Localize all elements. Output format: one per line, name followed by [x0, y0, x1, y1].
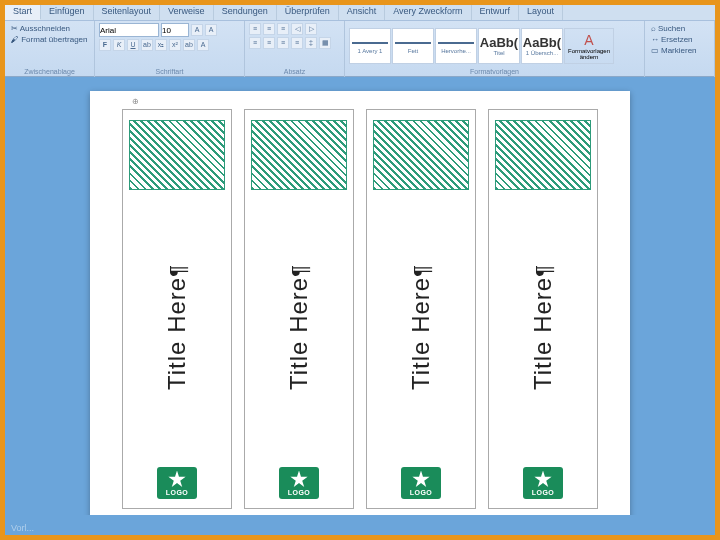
- tab-avery[interactable]: Avery Zweckform: [385, 5, 471, 20]
- tab-review[interactable]: Überprüfen: [277, 5, 339, 20]
- line-spacing-button[interactable]: ‡: [305, 37, 317, 49]
- justify-button[interactable]: ≡: [291, 37, 303, 49]
- logo-placeholder[interactable]: LOGO: [157, 467, 197, 499]
- indent-inc-button[interactable]: ▷: [305, 23, 317, 35]
- italic-button[interactable]: K: [113, 39, 125, 51]
- label-title[interactable]: Title Here¶: [163, 264, 191, 390]
- hatched-box[interactable]: [251, 120, 347, 190]
- label-title[interactable]: Title Here¶: [407, 264, 435, 390]
- shrink-font-button[interactable]: A: [205, 24, 217, 36]
- star-icon: [168, 471, 186, 489]
- format-painter-button[interactable]: 🖌 Format übertragen: [9, 34, 90, 45]
- numbering-button[interactable]: ≡: [263, 23, 275, 35]
- line-icon: [352, 38, 388, 48]
- font-color-button[interactable]: A: [197, 39, 209, 51]
- subscript-button[interactable]: x₂: [155, 39, 167, 51]
- indent-dec-button[interactable]: ◁: [291, 23, 303, 35]
- group-label-paragraph: Absatz: [249, 68, 340, 75]
- group-label-styles: Formatvorlagen: [349, 68, 640, 75]
- strike-button[interactable]: ab: [141, 39, 153, 51]
- bullets-button[interactable]: ≡: [249, 23, 261, 35]
- grow-font-button[interactable]: A: [191, 24, 203, 36]
- label-table: Title Here¶ LOGO Title Here¶ LOGO Title …: [114, 109, 606, 509]
- label-column[interactable]: Title Here¶ LOGO: [366, 109, 476, 509]
- hatched-box[interactable]: [373, 120, 469, 190]
- font-size-select[interactable]: [161, 23, 189, 37]
- letter-a-icon: A: [584, 32, 593, 48]
- group-label-font: Schriftart: [99, 68, 240, 75]
- select-button[interactable]: ▭Markieren: [649, 45, 710, 56]
- multilevel-button[interactable]: ≡: [277, 23, 289, 35]
- logo-placeholder[interactable]: LOGO: [401, 467, 441, 499]
- label-title[interactable]: Title Here¶: [285, 264, 313, 390]
- tab-layout[interactable]: Layout: [519, 5, 563, 20]
- replace-icon: ↔: [651, 35, 659, 44]
- label-column[interactable]: Title Here¶ LOGO: [122, 109, 232, 509]
- style-heading1[interactable]: AaBb(1 Übersch...: [521, 28, 563, 64]
- style-bold[interactable]: Fett: [392, 28, 434, 64]
- label-column[interactable]: Title Here¶ LOGO: [244, 109, 354, 509]
- align-right-button[interactable]: ≡: [277, 37, 289, 49]
- cut-button[interactable]: ✂ Ausschneiden: [9, 23, 90, 34]
- pilcrow-icon: ¶: [287, 264, 312, 277]
- tab-mailings[interactable]: Sendungen: [214, 5, 277, 20]
- star-icon: [412, 471, 430, 489]
- align-center-button[interactable]: ≡: [263, 37, 275, 49]
- ribbon: Start Einfügen Seitenlayout Verweise Sen…: [5, 5, 715, 77]
- star-icon: [290, 471, 308, 489]
- find-button[interactable]: ⌕Suchen: [649, 23, 710, 34]
- highlight-button[interactable]: ab: [183, 39, 195, 51]
- style-title[interactable]: AaBb(Titel: [478, 28, 520, 64]
- logo-placeholder[interactable]: LOGO: [279, 467, 319, 499]
- pilcrow-icon: ¶: [531, 264, 556, 277]
- pilcrow-icon: ¶: [165, 264, 190, 277]
- change-styles-button[interactable]: AFormatvorlagen ändern: [564, 28, 614, 64]
- tab-start[interactable]: Start: [5, 5, 41, 20]
- search-icon: ⌕: [651, 24, 656, 33]
- superscript-button[interactable]: x²: [169, 39, 181, 51]
- group-paragraph: ≡ ≡ ≡ ◁ ▷ ≡ ≡ ≡ ≡ ‡ ▦ Absatz: [245, 21, 345, 77]
- style-avery1[interactable]: 1 Avery 1: [349, 28, 391, 64]
- tab-pagelayout[interactable]: Seitenlayout: [94, 5, 161, 20]
- tab-insert[interactable]: Einfügen: [41, 5, 94, 20]
- ribbon-tabs: Start Einfügen Seitenlayout Verweise Sen…: [5, 5, 715, 21]
- tab-references[interactable]: Verweise: [160, 5, 214, 20]
- underline-button[interactable]: U: [127, 39, 139, 51]
- tab-view[interactable]: Ansicht: [339, 5, 386, 20]
- label-title[interactable]: Title Here¶: [529, 264, 557, 390]
- page[interactable]: ⊕ Title Here¶ LOGO Title Here¶ LOGO Titl…: [90, 91, 630, 515]
- group-clipboard: ✂ Ausschneiden 🖌 Format übertragen Zwisc…: [5, 21, 95, 77]
- anchor-icon: ⊕: [132, 97, 139, 106]
- group-label-clipboard: Zwischenablage: [9, 68, 90, 75]
- logo-placeholder[interactable]: LOGO: [523, 467, 563, 499]
- group-styles: 1 Avery 1 Fett Hervorhe... AaBb(Titel Aa…: [345, 21, 645, 77]
- watermark: Vorl...: [11, 523, 34, 533]
- document-area[interactable]: ⊕ Title Here¶ LOGO Title Here¶ LOGO Titl…: [5, 83, 715, 515]
- group-editing: ⌕Suchen ↔Ersetzen ▭Markieren: [645, 21, 715, 77]
- line-icon: [438, 38, 474, 48]
- pilcrow-icon: ¶: [409, 264, 434, 277]
- font-family-select[interactable]: [99, 23, 159, 37]
- label-column[interactable]: Title Here¶ LOGO: [488, 109, 598, 509]
- replace-button[interactable]: ↔Ersetzen: [649, 34, 710, 45]
- group-font: A A F K U ab x₂ x² ab A Schriftart: [95, 21, 245, 77]
- line-icon: [395, 38, 431, 48]
- tab-design[interactable]: Entwurf: [472, 5, 520, 20]
- shading-button[interactable]: ▦: [319, 37, 331, 49]
- cursor-icon: ▭: [651, 46, 659, 55]
- star-icon: [534, 471, 552, 489]
- bold-button[interactable]: F: [99, 39, 111, 51]
- style-emphasis[interactable]: Hervorhe...: [435, 28, 477, 64]
- hatched-box[interactable]: [129, 120, 225, 190]
- hatched-box[interactable]: [495, 120, 591, 190]
- align-left-button[interactable]: ≡: [249, 37, 261, 49]
